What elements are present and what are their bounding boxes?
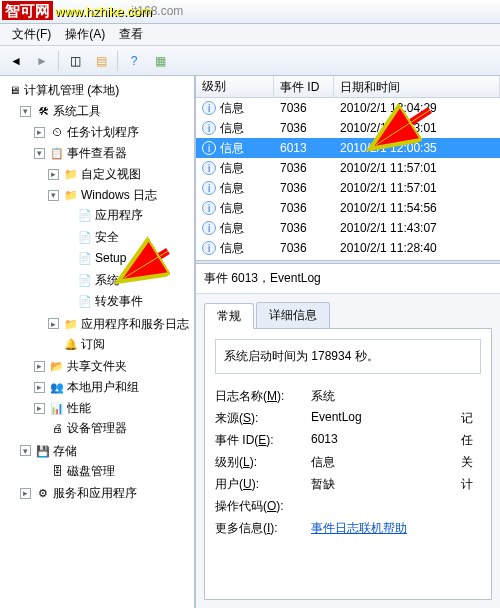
value-opcode (311, 498, 481, 515)
tree-shared-folders[interactable]: ▸📂共享文件夹 (32, 356, 129, 376)
grid-row[interactable]: i信息70362010/2/1 11:28:40 (196, 238, 500, 258)
col-datetime[interactable]: 日期和时间 (334, 76, 500, 97)
label-task-trunc: 任 (461, 432, 481, 449)
forward-button[interactable]: ► (30, 49, 54, 73)
menu-action[interactable]: 操作(A) (59, 24, 111, 45)
tree-root[interactable]: 🖥 计算机管理 (本地) (4, 80, 121, 100)
grid-body[interactable]: i信息70362010/2/1 12:04:29i信息70362010/2/1 … (196, 98, 500, 260)
collapse-icon[interactable]: ▾ (48, 190, 59, 201)
performance-icon: 📊 (49, 400, 65, 416)
tree-pane[interactable]: 🖥 计算机管理 (本地) ▾ 🛠 系统工具 ▸⏲任务计划程序 (0, 76, 195, 608)
menu-file[interactable]: 文件(F) (6, 24, 57, 45)
menu-view[interactable]: 查看 (113, 24, 149, 45)
cell-level: 信息 (220, 180, 244, 197)
info-icon: i (202, 241, 216, 255)
grid-row[interactable]: i信息70362010/2/1 12:03:01 (196, 118, 500, 138)
expand-icon[interactable]: ▸ (34, 361, 45, 372)
tree-label: 存储 (53, 441, 77, 461)
cell-event-id: 7036 (274, 239, 334, 257)
tree-label: 应用程序和服务日志 (81, 314, 189, 334)
properties-button[interactable]: ▤ (89, 49, 113, 73)
tree-security-log[interactable]: 📄安全 (60, 227, 121, 247)
tree-forwarded-log[interactable]: 📄转发事件 (60, 291, 145, 311)
tree-windows-logs[interactable]: ▾📁Windows 日志 (46, 185, 159, 205)
expand-icon[interactable]: ▸ (34, 127, 45, 138)
folder-icon: 📁 (63, 316, 79, 332)
col-level[interactable]: 级别 (196, 76, 274, 97)
log-icon: 📄 (77, 229, 93, 245)
value-event-id: 6013 (311, 432, 461, 449)
tree-custom-views[interactable]: ▸📁自定义视图 (46, 164, 143, 184)
toolbar: ◄ ► ◫ ▤ ? ▦ (0, 46, 500, 76)
watermark-primary: 智可网www.hzhike.com (2, 2, 152, 21)
tree-system-log[interactable]: 📄系统 (60, 270, 121, 290)
label-event-id: 事件 ID(E): (215, 432, 311, 449)
value-source: EventLog (311, 410, 461, 427)
back-button[interactable]: ◄ (4, 49, 28, 73)
info-icon: i (202, 221, 216, 235)
detail-tabs: 常规 详细信息 (204, 302, 492, 328)
users-icon: 👥 (49, 379, 65, 395)
info-icon: i (202, 161, 216, 175)
tree-app-service-logs[interactable]: ▸📁应用程序和服务日志 (46, 314, 191, 334)
tree-task-scheduler[interactable]: ▸⏲任务计划程序 (32, 122, 141, 142)
tree-disk-management[interactable]: 🗄磁盘管理 (32, 461, 117, 481)
cell-datetime: 2010/2/1 11:28:40 (334, 239, 500, 257)
tree-label: 计算机管理 (本地) (24, 80, 119, 100)
expand-icon[interactable]: ▸ (20, 488, 31, 499)
label-more-info: 更多信息(I): (215, 520, 311, 537)
cell-event-id: 7036 (274, 99, 334, 117)
tab-general[interactable]: 常规 (204, 303, 254, 329)
expand-icon[interactable]: ▸ (34, 403, 45, 414)
col-event-id[interactable]: 事件 ID (274, 76, 334, 97)
log-icon: 📄 (77, 250, 93, 266)
grid-row[interactable]: i信息70362010/2/1 11:43:07 (196, 218, 500, 238)
cell-datetime: 2010/2/1 11:43:07 (334, 219, 500, 237)
expand-icon[interactable]: ▸ (48, 318, 59, 329)
clock-icon: ⏲ (49, 124, 65, 140)
show-hide-button[interactable]: ◫ (63, 49, 87, 73)
log-icon: 📄 (77, 207, 93, 223)
tab-details[interactable]: 详细信息 (256, 302, 330, 328)
collapse-icon[interactable]: ▾ (34, 148, 45, 159)
cell-level: 信息 (220, 160, 244, 177)
link-online-help[interactable]: 事件日志联机帮助 (311, 521, 407, 535)
tree-local-users[interactable]: ▸👥本地用户和组 (32, 377, 141, 397)
grid-row[interactable]: i信息70362010/2/1 11:57:01 (196, 178, 500, 198)
cell-datetime: 2010/2/1 11:54:56 (334, 199, 500, 217)
grid-row[interactable]: i信息70362010/2/1 11:54:56 (196, 198, 500, 218)
tree-label: 事件查看器 (67, 143, 127, 163)
share-icon: 📂 (49, 358, 65, 374)
extra-icon: ▦ (155, 54, 166, 68)
tree-performance[interactable]: ▸📊性能 (32, 398, 93, 418)
grid-row[interactable]: i信息70362010/2/1 12:04:29 (196, 98, 500, 118)
tree-label: Setup (95, 248, 126, 268)
extra-button[interactable]: ▦ (148, 49, 172, 73)
tree-device-manager[interactable]: 🖨设备管理器 (32, 418, 129, 438)
collapse-icon[interactable]: ▾ (20, 445, 31, 456)
tree-subscriptions[interactable]: 🔔订阅 (46, 334, 107, 354)
tree-application-log[interactable]: 📄应用程序 (60, 205, 145, 225)
tree-system-tools[interactable]: ▾ 🛠 系统工具 (18, 101, 103, 121)
tree-label: 应用程序 (95, 205, 143, 225)
expand-icon[interactable]: ▸ (48, 169, 59, 180)
tree-storage[interactable]: ▾💾存储 (18, 441, 79, 461)
collapse-icon[interactable]: ▾ (20, 106, 31, 117)
cell-event-id: 7036 (274, 119, 334, 137)
tree-label: 自定义视图 (81, 164, 141, 184)
computer-icon: 🖥 (6, 82, 22, 98)
folder-icon: 📁 (63, 187, 79, 203)
help-button[interactable]: ? (122, 49, 146, 73)
tree-label: 订阅 (81, 334, 105, 354)
label-log-name: 日志名称(M): (215, 388, 311, 405)
tree-event-viewer[interactable]: ▾📋事件查看器 (32, 143, 129, 163)
tree-services-apps[interactable]: ▸⚙服务和应用程序 (18, 483, 139, 503)
grid-row[interactable]: i信息70362010/2/1 11:57:01 (196, 158, 500, 178)
toolbar-separator (117, 51, 118, 71)
toolbar-separator (58, 51, 59, 71)
tree-setup-log[interactable]: 📄Setup (60, 248, 128, 268)
expand-icon[interactable]: ▸ (34, 382, 45, 393)
info-icon: i (202, 201, 216, 215)
tree-label: 任务计划程序 (67, 122, 139, 142)
grid-row[interactable]: i信息60132010/2/1 12:00:35 (196, 138, 500, 158)
